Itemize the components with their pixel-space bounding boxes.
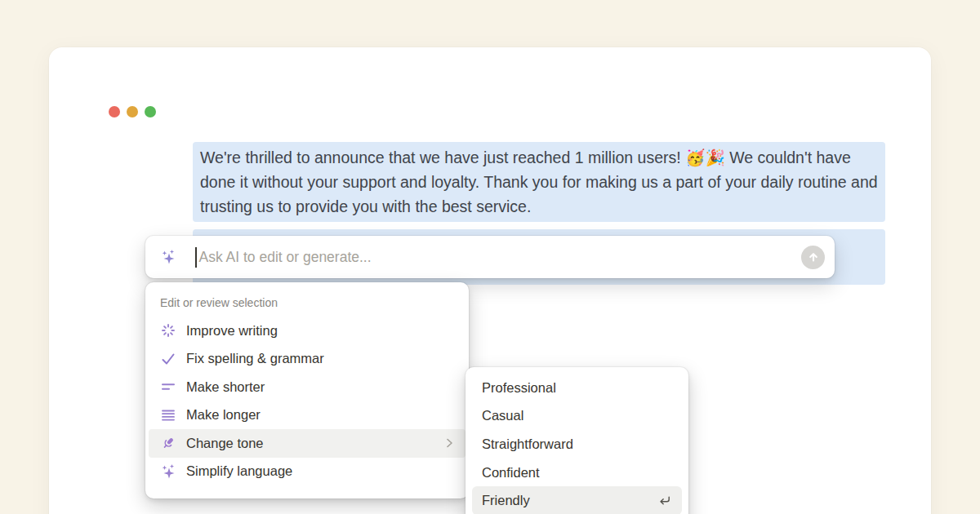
menu-item-simplify-language[interactable]: Simplify language (149, 458, 466, 486)
ai-prompt-input[interactable]: Ask AI to edit or generate... (199, 249, 372, 266)
menu-item-label: Make shorter (186, 379, 265, 395)
ai-prompt-bar[interactable]: Ask AI to edit or generate... (145, 236, 835, 278)
text-cursor (195, 247, 197, 268)
menu-item-label: Simplify language (186, 463, 292, 479)
make-longer-icon (160, 407, 176, 423)
tone-option-label: Professional (482, 380, 556, 396)
tone-option-friendly[interactable]: Friendly (472, 486, 682, 514)
menu-item-make-shorter[interactable]: Make shorter (149, 373, 466, 401)
menu-item-change-tone[interactable]: Change tone (149, 429, 466, 458)
enter-return-icon (657, 493, 672, 508)
ai-sparkle-icon (160, 249, 176, 265)
menu-item-fix-spelling[interactable]: Fix spelling & grammar (149, 345, 466, 374)
change-tone-submenu: Professional Casual Straightforward Conf… (466, 367, 688, 514)
menu-item-improve-writing[interactable]: Improve writing (149, 317, 466, 345)
menu-item-label: Fix spelling & grammar (186, 351, 324, 366)
ai-edit-menu: Edit or review selection Improve writing… (145, 282, 469, 498)
menu-item-make-longer[interactable]: Make longer (149, 401, 466, 430)
tone-option-label: Straightforward (482, 436, 573, 452)
chevron-right-icon (443, 436, 456, 450)
submit-prompt-button[interactable] (801, 246, 825, 269)
selected-paragraph-1[interactable]: We're thrilled to announce that we have … (193, 142, 885, 222)
zoom-window-button[interactable] (145, 106, 156, 117)
microphone-icon (160, 435, 176, 451)
arrow-up-icon (805, 249, 822, 265)
minimize-window-button[interactable] (127, 106, 138, 117)
menu-section-header: Edit or review selection (145, 282, 469, 317)
check-icon (160, 351, 176, 367)
tone-option-label: Casual (482, 408, 523, 423)
tone-option-confident[interactable]: Confident (472, 459, 682, 487)
improve-writing-icon (160, 322, 176, 339)
menu-item-label: Change tone (186, 436, 264, 451)
menu-item-label: Make longer (186, 407, 261, 423)
window-controls (109, 106, 156, 117)
tone-option-straightforward[interactable]: Straightforward (472, 430, 682, 459)
tone-option-professional[interactable]: Professional (472, 374, 682, 402)
tone-option-casual[interactable]: Casual (472, 402, 682, 431)
sparkle-icon (160, 463, 176, 480)
tone-option-label: Friendly (482, 493, 530, 508)
menu-item-label: Improve writing (186, 323, 278, 339)
close-window-button[interactable] (109, 106, 120, 117)
tone-option-label: Confident (482, 465, 540, 481)
make-shorter-icon (160, 379, 176, 395)
